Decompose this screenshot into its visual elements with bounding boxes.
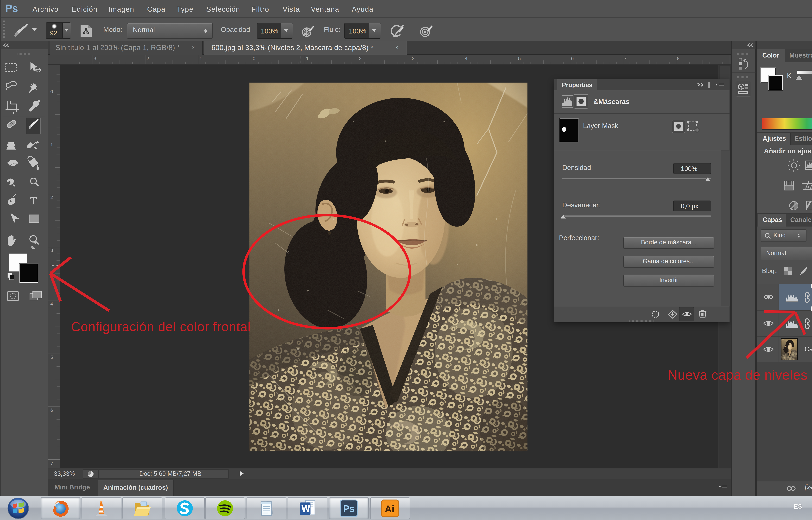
svg-text:T: T <box>30 194 37 207</box>
svg-text:Ps: Ps <box>343 503 355 514</box>
svg-text:Ai: Ai <box>385 503 394 515</box>
